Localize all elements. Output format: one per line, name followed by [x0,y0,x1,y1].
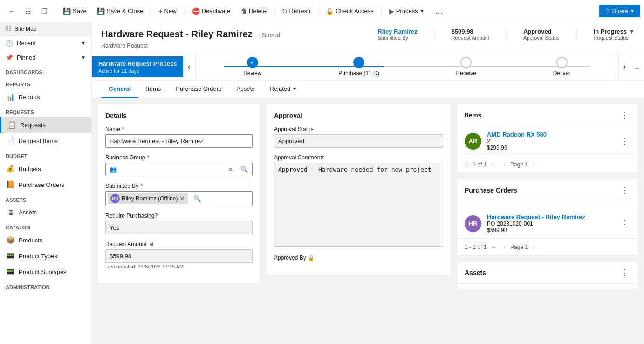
bg-required: * [147,154,149,161]
approval-status-value: Approved [523,28,560,35]
step-circle-receive [460,57,472,68]
items-first-page[interactable]: ⇤ [489,160,499,169]
sidebar-pinned[interactable]: 📌 Pinned ▼ [0,50,91,65]
main-content: Hardware Request - Riley Ramirez - Saved… [92,22,644,344]
new-button[interactable]: + New [154,5,181,18]
record-meta: Riley Ramirez Submitted By $599.98 Reque… [377,28,635,41]
approval-panel: Approval Approval Status Approved Approv… [266,104,451,275]
process-step-deliver[interactable]: Deliver [553,57,570,76]
submitted-by-value[interactable]: Riley Ramirez [377,28,417,35]
item-name-0[interactable]: AMD Radeon RX 580 [487,131,613,138]
process-next-button[interactable]: › [618,53,630,80]
status-expand-icon[interactable]: ▼ [629,28,635,35]
tab-assets[interactable]: Assets [229,81,262,98]
po-prev-page[interactable]: ‹ [501,242,507,252]
budgets-icon: 💰 [6,165,15,173]
submitted-by-label: Submitted By [377,35,417,41]
assets-panel-title: Assets [465,269,486,276]
submitted-by-search[interactable]: 🔍 [190,193,205,205]
field-request-amount: Request Amount 🖩 $599.98 Last updated: 1… [105,241,253,269]
process-step-receive[interactable]: Receive [456,57,476,76]
sidebar-item-budgets[interactable]: 💰 Budgets [0,161,91,177]
items-prev-page[interactable]: ‹ [501,160,507,169]
step-label-receive: Receive [456,70,476,76]
more-options-button[interactable]: … [430,3,448,19]
po-first-page[interactable]: ⇤ [489,242,499,252]
tab-related[interactable]: Related ▼ [262,81,305,98]
field-submitted-by: Submitted By * RR Riley Ramirez (Offline… [105,183,253,206]
process-bar: Hardware Request Process Active for 11 d… [92,53,644,81]
tab-items[interactable]: Items [138,81,168,98]
items-more-button[interactable]: ⋮ [618,110,630,120]
field-business-group: Business Group * 👥 ✕ 🔍 [105,154,253,176]
sidebar-item-purchase-orders[interactable]: 📙 Purchase Orders [0,177,91,193]
process-prev-button[interactable]: ‹ [183,53,195,80]
delete-button[interactable]: 🗑 Delete [236,5,271,18]
item-row-more-0[interactable]: ⋮ [618,136,630,146]
list-view-button[interactable]: ☷ [21,5,36,18]
expand-button[interactable]: ❐ [37,5,52,18]
request-items-icon: 📄 [6,137,15,145]
sidebar-item-assets[interactable]: 🖥 Assets [0,205,91,220]
tab-general[interactable]: General [101,81,138,98]
save-close-button[interactable]: 💾 Save & Close [92,5,148,18]
back-icon: ← [8,7,15,15]
request-status-label: Request Status [594,35,635,41]
refresh-icon: ↻ [282,7,288,15]
check-access-button[interactable]: 🔒 Check Access [321,5,378,18]
divider-4 [274,6,274,17]
name-input[interactable] [105,134,253,148]
business-group-clear[interactable]: ✕ [224,163,237,176]
col-middle: Approval Approval Status Approved Approv… [266,104,451,338]
table-row: HR Hardware Request - Riley Ramirez PO-2… [457,209,638,239]
po-name-0[interactable]: Hardware Request - Riley Ramirez [487,213,613,220]
po-more-button[interactable]: ⋮ [618,185,630,195]
refresh-button[interactable]: ↻ Refresh [277,5,315,18]
product-types-icon: 📟 [6,252,15,260]
toolbar: ← ☷ ❐ 💾 Save 💾 Save & Close + New ⛔ Deac… [0,0,644,22]
sidebar-item-reports[interactable]: 📊 Reports [0,89,91,105]
process-button[interactable]: ▶ Process ▼ [384,5,429,18]
sidebar-item-products[interactable]: 📦 Products [0,232,91,248]
submitted-by-avatar: RR [110,194,120,203]
field-name: Name * [105,126,253,148]
request-amount-value: $599.98 [452,28,489,35]
meta-divider-1 [434,28,435,41]
submitted-by-remove[interactable]: ✕ [179,195,185,202]
related-chevron-icon: ▼ [292,86,297,91]
business-group-lookup[interactable]: 👥 ✕ 🔍 [105,163,253,176]
sidebar-item-request-items[interactable]: 📄 Request Items [0,133,91,149]
business-group-search[interactable]: 🔍 [237,163,252,176]
sidebar-item-requests[interactable]: 📋 Requests [0,117,91,133]
site-map-bar[interactable]: ☷ Site Map [0,22,91,36]
save-button[interactable]: 💾 Save [58,5,91,18]
record-header: Hardware Request - Riley Ramirez - Saved… [92,22,644,53]
record-subtitle: Hardware Request [101,42,635,49]
divider-3 [184,6,185,17]
tab-purchase-orders[interactable]: Purchase Orders [168,81,229,98]
po-row-more-0[interactable]: ⋮ [618,219,630,229]
process-step-review[interactable]: ✓ Review [243,57,261,76]
po-next-page[interactable]: › [531,242,537,252]
form-area: Details Name * Business Group * [92,98,644,344]
assets-more-button[interactable]: ⋮ [618,268,630,278]
process-expand-button[interactable]: ⌄ [630,62,644,71]
field-require-purchasing: Require Purchasing? Yes [105,213,253,234]
sidebar-item-product-subtypes[interactable]: 📟 Product Subtypes [0,264,91,280]
approval-status-value: Approved [274,134,443,148]
approval-comments-textarea[interactable] [274,163,443,247]
main-layout: ☷ Site Map 🕐 Recent ▼ 📌 Pinned ▼ Dashboa… [0,22,644,344]
sidebar-item-product-types[interactable]: 📟 Product Types [0,248,91,264]
reports-icon: 📊 [6,93,15,101]
process-step-purchase[interactable]: Purchase (11 D) [338,57,379,76]
products-icon: 📦 [6,236,15,244]
items-next-page[interactable]: › [531,160,537,169]
share-button[interactable]: ⇧ Share ▼ [599,5,640,17]
po-pagination: 1 - 1 of 1 ⇤ ‹ Page 1 › [457,239,638,255]
sidebar-recent[interactable]: 🕐 Recent ▼ [0,36,91,50]
deactivate-button[interactable]: ⛔ Deactivate [187,5,235,18]
back-button[interactable]: ← [4,5,20,18]
share-icon: ⇧ [605,7,610,14]
submitted-by-lookup[interactable]: RR Riley Ramirez (Offline) ✕ 🔍 [105,191,253,206]
assets-icon: 🖥 [6,208,15,216]
